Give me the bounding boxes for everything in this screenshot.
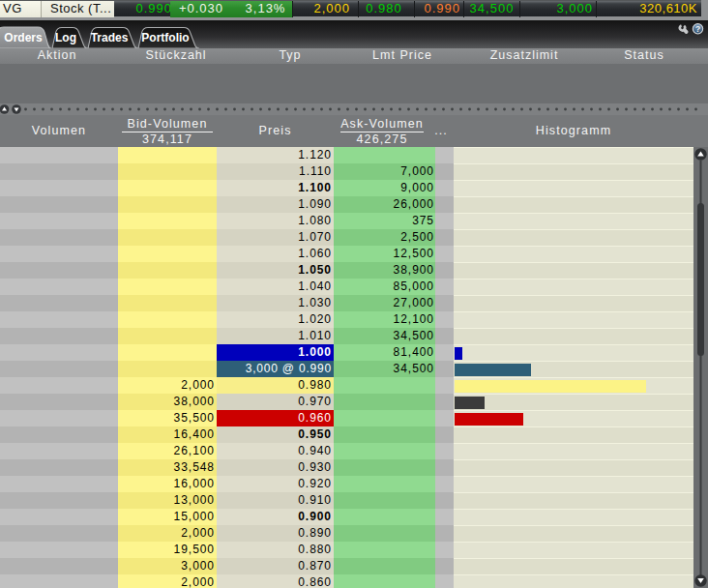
svg-text:Log: Log <box>55 31 76 44</box>
svg-text:Portfolio: Portfolio <box>141 31 189 44</box>
svg-text:Trades: Trades <box>91 31 129 44</box>
svg-text:Orders: Orders <box>4 31 43 44</box>
svg-text:?: ? <box>695 24 700 34</box>
